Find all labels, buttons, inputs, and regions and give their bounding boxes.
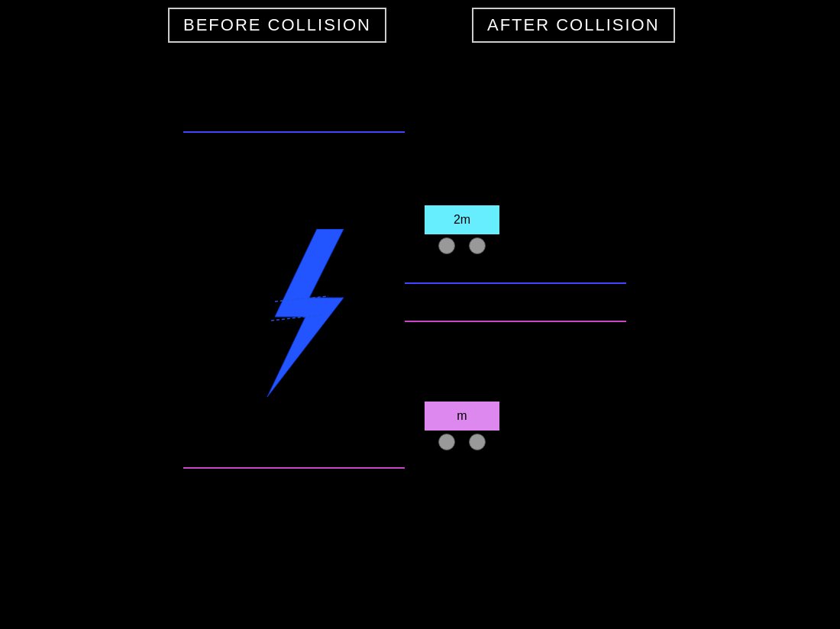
cart-top-wheels <box>424 237 500 254</box>
svg-marker-0 <box>267 229 344 397</box>
cart-top: 2m <box>424 205 500 254</box>
before-collision-label: BEFORE COLLISION <box>168 8 386 43</box>
cart-bottom-wheel-right <box>469 434 486 450</box>
cart-bottom: m <box>424 401 500 450</box>
cart-top-wheel-left <box>438 237 455 254</box>
purple-line-after <box>405 321 626 322</box>
purple-line-before <box>183 467 405 469</box>
cart-bottom-body: m <box>424 401 500 431</box>
cart-top-body: 2m <box>424 205 500 235</box>
cart-bottom-wheels <box>424 434 500 450</box>
after-collision-label: AFTER COLLISION <box>472 8 675 43</box>
blue-line-before <box>183 131 405 133</box>
blue-line-after <box>405 282 626 284</box>
cart-bottom-wheel-left <box>438 434 455 450</box>
lightning-bolt-icon <box>252 229 359 397</box>
cart-top-wheel-right <box>469 237 486 254</box>
cart-top-mass-label: 2m <box>454 213 470 227</box>
cart-bottom-mass-label: m <box>457 409 467 423</box>
